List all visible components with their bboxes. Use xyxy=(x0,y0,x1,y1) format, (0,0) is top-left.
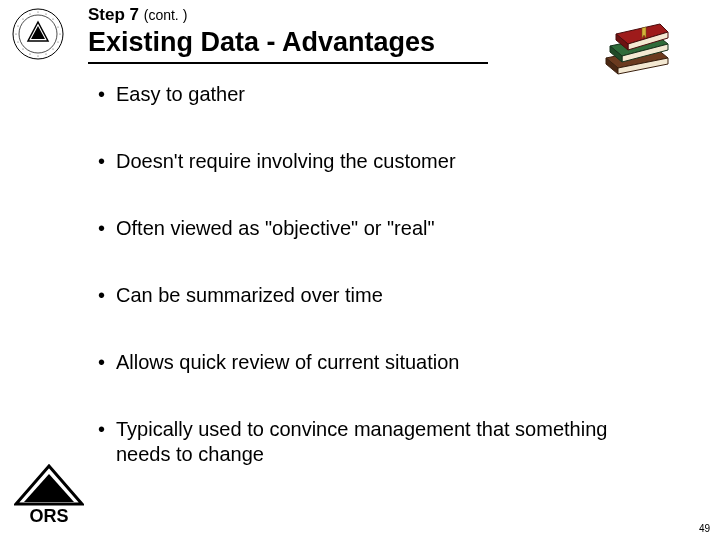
bullet-text: Easy to gather xyxy=(116,83,245,105)
step-cont: (cont. ) xyxy=(144,7,188,23)
svg-point-17 xyxy=(17,25,18,26)
list-item: Allows quick review of current situation xyxy=(98,350,660,375)
slide: Step 7 (cont. ) Existing Data - Advantag… xyxy=(0,0,720,540)
bullet-text: Typically used to convince management th… xyxy=(116,418,607,465)
step-number: Step 7 xyxy=(88,5,144,24)
list-item: Typically used to convince management th… xyxy=(98,417,660,467)
list-item: Often viewed as "objective" or "real" xyxy=(98,216,660,241)
nih-seal-logo xyxy=(12,8,64,60)
svg-point-13 xyxy=(29,53,30,54)
bullet-text: Allows quick review of current situation xyxy=(116,351,459,373)
ors-logo-text: ORS xyxy=(29,506,68,526)
page-number: 49 xyxy=(699,523,710,534)
svg-point-16 xyxy=(15,33,16,34)
svg-point-7 xyxy=(57,26,58,27)
svg-point-4 xyxy=(37,11,38,12)
svg-point-15 xyxy=(17,41,18,42)
slide-title: Existing Data - Advantages xyxy=(88,27,680,58)
svg-point-5 xyxy=(45,13,46,14)
list-item: Easy to gather xyxy=(98,82,660,107)
svg-point-9 xyxy=(57,41,58,42)
svg-point-10 xyxy=(52,48,53,49)
title-underline xyxy=(88,62,488,64)
svg-point-19 xyxy=(29,13,30,14)
slide-header: Step 7 (cont. ) Existing Data - Advantag… xyxy=(88,5,680,64)
ors-logo: ORS xyxy=(14,464,84,526)
svg-point-8 xyxy=(59,33,60,34)
svg-point-12 xyxy=(37,55,38,56)
books-icon xyxy=(602,14,676,82)
svg-point-18 xyxy=(22,18,23,19)
svg-point-14 xyxy=(22,48,23,49)
list-item: Doesn't require involving the customer xyxy=(98,149,660,174)
svg-point-6 xyxy=(52,18,53,19)
bullet-text: Can be summarized over time xyxy=(116,284,383,306)
list-item: Can be summarized over time xyxy=(98,283,660,308)
svg-point-11 xyxy=(45,53,46,54)
step-label: Step 7 (cont. ) xyxy=(88,5,680,25)
bullet-list: Easy to gather Doesn't require involving… xyxy=(98,82,660,509)
bullet-text: Doesn't require involving the customer xyxy=(116,150,456,172)
bullet-text: Often viewed as "objective" or "real" xyxy=(116,217,435,239)
